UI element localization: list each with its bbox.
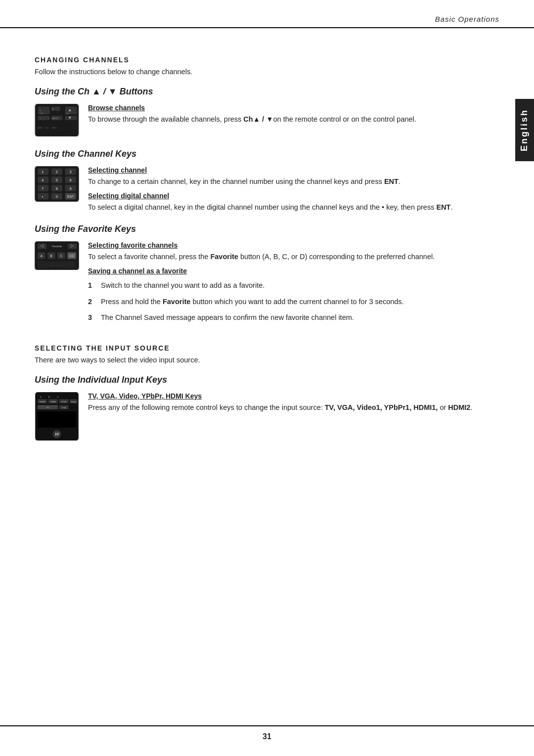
- saving-fav-steps: 1 Switch to the channel you want to add …: [88, 280, 499, 323]
- input-remote-image: A B C HDMI HDMI YPbPr Video TV: [35, 392, 79, 442]
- selecting-channel-label: Selecting channel: [88, 166, 499, 174]
- svg-text:EPG: EPG: [38, 127, 43, 129]
- svg-text:A: A: [41, 254, 43, 258]
- channel-keys-text: Selecting channel To change to a certain…: [88, 166, 499, 213]
- changing-channels-heading: Changing Channels: [35, 56, 499, 64]
- svg-text:1: 1: [42, 170, 44, 174]
- svg-text:TV: TV: [46, 406, 49, 408]
- svg-text:2: 2: [56, 170, 58, 174]
- svg-text:B: B: [50, 254, 53, 258]
- svg-text:A: A: [40, 396, 42, 399]
- svg-text:▷: ▷: [71, 243, 74, 248]
- svg-text:−: −: [40, 117, 41, 120]
- svg-text:7: 7: [42, 186, 44, 191]
- tv-vga-body: Press any of the following remote contro…: [88, 402, 499, 413]
- selecting-input-intro: There are two ways to select the video i…: [35, 356, 499, 364]
- svg-text:⊕: ⊕: [52, 108, 53, 110]
- step-3: 3 The Channel Saved message appears to c…: [88, 312, 499, 323]
- svg-text:5: 5: [56, 178, 58, 182]
- page-wrapper: Basic Operations English Changing Channe…: [0, 0, 534, 756]
- ch-remote-image: + VOL ⊕ ▲ CH − INPUT: [35, 104, 79, 138]
- selecting-fav-body: To select a favorite channel, press the …: [88, 251, 499, 262]
- step-2: 2 Press and hold the Favorite button whi…: [88, 296, 499, 307]
- svg-text:C.C.: C.C.: [45, 127, 49, 129]
- svg-text:VGA: VGA: [62, 406, 66, 408]
- tv-vga-label: TV, VGA, Video, YPbPr, HDMI Keys: [88, 392, 499, 400]
- favorite-remote-image: ◁ ▷ Favorite A B C CD - - - - -: [35, 241, 79, 271]
- svg-text:8: 8: [56, 186, 58, 191]
- browse-channels-body: To browse through the available channels…: [88, 114, 499, 125]
- svg-text:HDMI: HDMI: [50, 400, 56, 403]
- page-number: 31: [0, 732, 534, 741]
- header-title: Basic Operations: [435, 15, 499, 23]
- selecting-channel-body: To change to a certain channel, key in t…: [88, 176, 499, 187]
- svg-text:◁: ◁: [40, 243, 44, 248]
- svg-text:▼: ▼: [68, 115, 72, 120]
- svg-text:HDMI: HDMI: [40, 400, 45, 403]
- selecting-digital-label: Selecting digital channel: [88, 192, 499, 200]
- svg-text:Video: Video: [71, 400, 77, 403]
- selecting-input-heading: Selecting the Input Source: [35, 344, 499, 352]
- svg-text:YPbPr: YPbPr: [61, 400, 67, 403]
- selecting-fav-label: Selecting favorite channels: [88, 241, 499, 249]
- main-content: Changing Channels Follow the instruction…: [0, 28, 534, 469]
- svg-text:VOL: VOL: [40, 112, 44, 115]
- svg-text:▲: ▲: [68, 107, 72, 112]
- using-ch-buttons-heading: Using the Ch ▲ / ▼ Buttons: [35, 87, 499, 97]
- svg-text:3: 3: [70, 170, 72, 174]
- svg-text:B: B: [48, 396, 50, 399]
- svg-text:6: 6: [70, 178, 72, 182]
- browse-channels-label: Browse channels: [88, 104, 499, 112]
- favorite-keys-block: ◁ ▷ Favorite A B C CD - - - - -: [35, 241, 499, 328]
- browse-channels-text: Browse channels To browse through the av…: [88, 104, 499, 125]
- channel-keys-block: 1 2 3 4 5 6 7 8 9: [35, 166, 499, 213]
- svg-text:+: +: [40, 109, 41, 112]
- svg-text:C: C: [57, 396, 59, 399]
- keypad-remote-image: 1 2 3 4 5 6 7 8 9: [35, 166, 79, 203]
- browse-channels-block: + VOL ⊕ ▲ CH − INPUT: [35, 104, 499, 138]
- svg-text:CD: CD: [69, 254, 74, 258]
- svg-text:C: C: [60, 254, 63, 258]
- step-1: 1 Switch to the channel you want to add …: [88, 280, 499, 291]
- svg-text:W: W: [55, 432, 59, 437]
- svg-rect-75: [38, 411, 76, 428]
- individual-keys-block: A B C HDMI HDMI YPbPr Video TV: [35, 392, 499, 442]
- favorite-keys-text: Selecting favorite channels To select a …: [88, 241, 499, 328]
- saving-fav-label: Saving a channel as a favorite: [88, 267, 499, 275]
- individual-keys-text: TV, VGA, Video, YPbPr, HDMI Keys Press a…: [88, 392, 499, 413]
- language-tab: English: [515, 99, 534, 161]
- svg-text:Favorite: Favorite: [52, 245, 62, 248]
- svg-text:0: 0: [56, 194, 58, 199]
- using-individual-keys-heading: Using the Individual Input Keys: [35, 375, 499, 385]
- using-favorite-keys-heading: Using the Favorite Keys: [35, 224, 499, 234]
- svg-text:4: 4: [42, 178, 44, 182]
- svg-text:INPUT: INPUT: [52, 117, 58, 120]
- svg-text:9: 9: [70, 186, 72, 191]
- svg-text:MTS: MTS: [52, 127, 56, 129]
- svg-text:ENT: ENT: [67, 195, 74, 198]
- selecting-digital-body: To select a digital channel, key in the …: [88, 202, 499, 213]
- page-header: Basic Operations: [0, 0, 534, 28]
- svg-text:•: •: [42, 194, 44, 199]
- bottom-divider: [0, 725, 534, 726]
- using-channel-keys-heading: Using the Channel Keys: [35, 149, 499, 159]
- svg-text:CH: CH: [66, 112, 69, 115]
- svg-text:- - - - - - - - - - -: - - - - - - - - - - -: [50, 264, 64, 267]
- changing-channels-intro: Follow the instructions below to change …: [35, 68, 499, 76]
